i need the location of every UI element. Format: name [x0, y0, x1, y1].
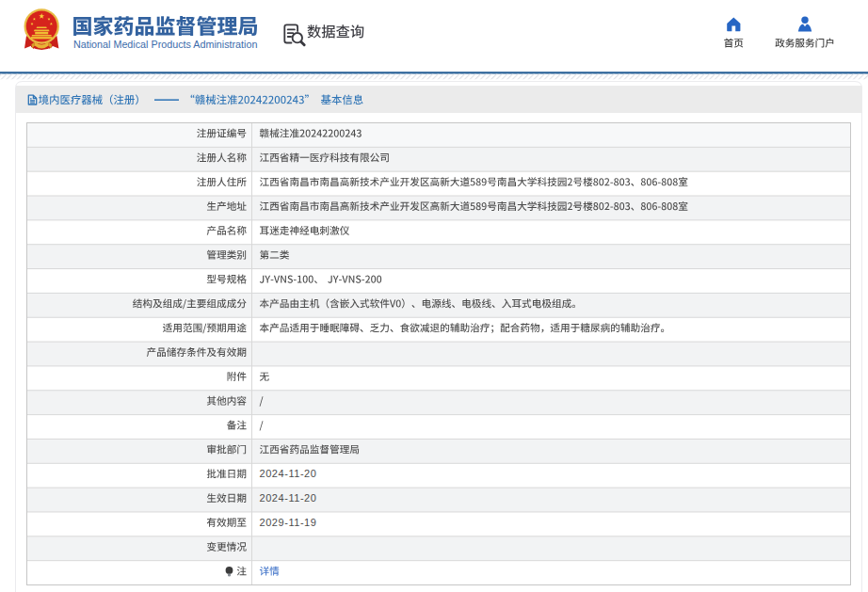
svg-text:2024-11-20: 2024-11-20 — [260, 468, 317, 479]
svg-text:2029-11-19: 2029-11-19 — [260, 517, 317, 528]
svg-text:National Medical Products Admi: National Medical Products Administration — [73, 39, 257, 50]
svg-text:2024-11-20: 2024-11-20 — [260, 492, 317, 504]
